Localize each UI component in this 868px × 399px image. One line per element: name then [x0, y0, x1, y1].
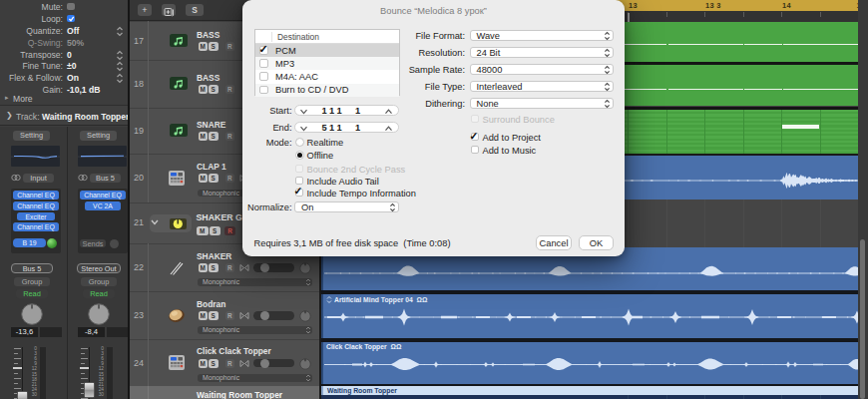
svg-text:30: 30 [99, 392, 105, 397]
svg-text:30: 30 [32, 392, 38, 397]
